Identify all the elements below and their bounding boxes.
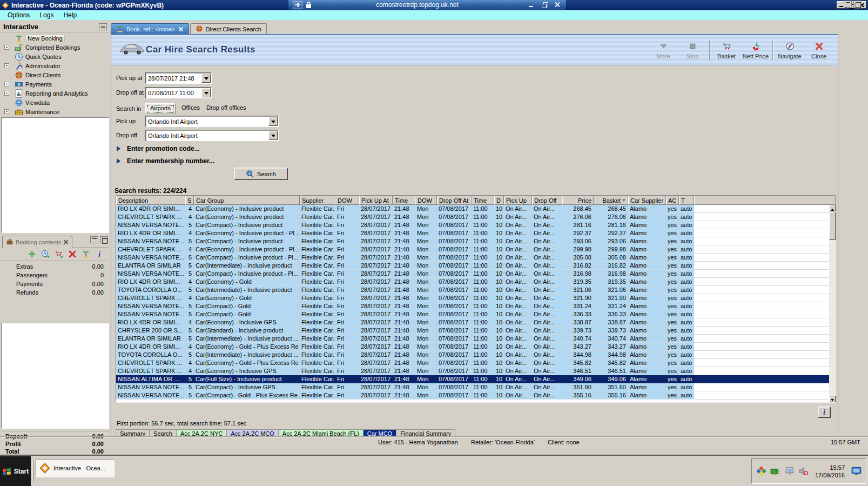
column-header-ac[interactable]: AC bbox=[666, 196, 679, 205]
booking-contents-tab[interactable]: Booking contents bbox=[2, 236, 72, 248]
bottom-tab-financial-summary[interactable]: Financial Summary bbox=[396, 429, 455, 437]
table-row[interactable]: RIO LX 4DR OR SIMI...4Car(Economy) - Inc… bbox=[116, 318, 829, 327]
show-desktop-icon[interactable] bbox=[851, 466, 862, 476]
membership-expander[interactable]: Enter membership number... bbox=[117, 157, 214, 165]
table-row[interactable]: NISSAN VERSA NOTE...5Car(Compact) - Gold… bbox=[116, 302, 829, 310]
promo-code-expander[interactable]: Enter promotion code... bbox=[117, 145, 200, 152]
table-row[interactable]: NISSAN ALTIMA OR ...5Car(Full Size) - In… bbox=[116, 375, 829, 383]
search-button[interactable]: Search bbox=[234, 168, 288, 180]
booking-panel-maximize-button[interactable] bbox=[100, 236, 108, 243]
start-button[interactable]: Start bbox=[0, 456, 31, 486]
column-header-pick-up-at[interactable]: Pick Up At bbox=[359, 196, 393, 205]
expand-plus-icon[interactable]: + bbox=[4, 109, 9, 114]
column-header-s[interactable]: S bbox=[185, 196, 194, 205]
table-row[interactable]: NISSAN VERSA NOTE...5Car(Compact) - Incl… bbox=[116, 254, 829, 262]
table-row[interactable]: RIO LX 4DR OR SIMI...4Car(Economy) - Inc… bbox=[116, 205, 829, 213]
table-row[interactable]: RIO LX 4DR OR SIMI...4Car(Economy) - Gol… bbox=[116, 343, 829, 351]
column-header-drop-off[interactable]: Drop Off bbox=[532, 196, 562, 205]
table-row[interactable]: NISSAN VERSA NOTE...5Car(Compact) - Gold… bbox=[116, 391, 829, 400]
pin-icon[interactable] bbox=[293, 1, 302, 9]
task-button[interactable]: Interactive - Ocea... bbox=[36, 459, 115, 477]
basket-button[interactable]: Basket bbox=[712, 38, 741, 62]
scroll-down-icon[interactable] bbox=[829, 396, 836, 402]
tab-direct-clients-search[interactable]: Direct Clients Search bbox=[190, 23, 267, 34]
booking-panel-minimize-button[interactable] bbox=[90, 236, 98, 243]
search-in-tab-offices[interactable]: Offices bbox=[177, 103, 204, 114]
table-row[interactable]: CHRYSLER 200 OR S...5Car(Standard) - Inc… bbox=[116, 327, 829, 335]
column-header-dow-7[interactable]: DOW bbox=[415, 196, 437, 205]
column-header-d[interactable]: D bbox=[494, 196, 504, 205]
expand-plus-icon[interactable]: + bbox=[4, 45, 9, 50]
dropoff-combo[interactable]: Orlando Intl Airport bbox=[145, 130, 279, 141]
sidebar-item-payments[interactable]: +$Payments bbox=[1, 79, 109, 89]
table-row[interactable]: TOYOTA COROLLA O...5Car(Intermediate) - … bbox=[116, 351, 829, 359]
table-row[interactable]: NISSAN VERSA NOTE...5Car(Compact) - Incl… bbox=[116, 270, 829, 278]
column-header-time-6[interactable]: Time bbox=[393, 196, 415, 205]
table-row[interactable]: CHEVROLET SPARK ...4Car(Economy) - Inclu… bbox=[116, 213, 829, 221]
expand-plus-icon[interactable]: + bbox=[4, 63, 9, 68]
scrollbar-thumb[interactable] bbox=[829, 212, 836, 240]
rdp-restore-button[interactable] bbox=[540, 1, 549, 9]
menu-logs[interactable]: Logs bbox=[35, 11, 58, 19]
chevron-down-icon[interactable] bbox=[268, 117, 278, 126]
bottom-tab-acc-2a-2c-miami-beach-fl[interactable]: Acc 2A,2C Miami Beach (FL) bbox=[279, 429, 364, 437]
table-row[interactable]: TOYOTA COROLLA O...5Car(Intermediate) - … bbox=[116, 286, 829, 294]
menu-options[interactable]: Options bbox=[3, 11, 34, 19]
scroll-up-icon[interactable] bbox=[829, 205, 836, 211]
column-header-description[interactable]: Description bbox=[116, 196, 185, 205]
chevron-down-icon[interactable] bbox=[201, 88, 211, 97]
search-in-tab-airports[interactable]: Airports bbox=[145, 103, 176, 114]
sidebar-item-new-booking[interactable]: New Booking bbox=[1, 34, 109, 43]
expand-plus-icon[interactable]: + bbox=[4, 82, 9, 86]
nett-price-button[interactable]: Nett Price bbox=[741, 38, 770, 62]
info-button[interactable]: i bbox=[818, 407, 831, 418]
close-button[interactable]: Close bbox=[804, 38, 833, 62]
taskbar-clock[interactable]: 15:57 17/09/2016 bbox=[813, 464, 847, 479]
tab-book-ref-none[interactable]: Book. ref.: <none> bbox=[111, 23, 189, 34]
table-row[interactable]: ELANTRA OR SIMILAR5Car(Intermediate) - I… bbox=[116, 262, 829, 270]
panel-restore-button[interactable] bbox=[853, 1, 862, 8]
panel-minimize-button[interactable] bbox=[844, 1, 852, 8]
column-header-t[interactable]: T bbox=[679, 196, 694, 205]
sidebar-item-viewdata[interactable]: Viewdata bbox=[1, 98, 109, 107]
sidebar-item-completed-bookings[interactable]: +Completed Bookings bbox=[1, 43, 109, 52]
table-row[interactable]: NISSAN VERSA NOTE...5Car(Compact) - Gold… bbox=[116, 310, 829, 318]
table-row[interactable]: NISSAN VERSA NOTE...5Car(Compact) - Incl… bbox=[116, 221, 829, 229]
bottom-tab-acc-2a-2c-mco[interactable]: Acc 2A,2C MCO bbox=[227, 429, 279, 437]
chevron-down-icon[interactable] bbox=[268, 131, 278, 140]
column-header-price[interactable]: Price bbox=[562, 196, 594, 205]
column-header-basket[interactable]: Basket▼ bbox=[594, 196, 628, 205]
table-row[interactable]: RIO LX 4DR OR SIMI...4Car(Economy) - Gol… bbox=[116, 278, 829, 286]
column-header-pick-up[interactable]: Pick Up bbox=[504, 196, 532, 205]
menu-help[interactable]: Help bbox=[59, 11, 81, 19]
pickup-at-field[interactable]: 28/07/2017 21:48 bbox=[145, 72, 212, 84]
search-in-tab-dropoff-offices[interactable]: Drop off offices bbox=[202, 103, 251, 114]
table-row[interactable]: CHEVROLET SPARK ...4Car(Economy) - Inclu… bbox=[116, 367, 829, 375]
sidebar-collapse-button[interactable] bbox=[99, 23, 107, 30]
navigate-button[interactable]: Navigate bbox=[775, 38, 804, 62]
dropoff-at-field[interactable]: 07/08/2017 11:00 bbox=[145, 87, 212, 98]
table-row[interactable]: ELANTRA OR SIMILAR5Car(Intermediate) - I… bbox=[116, 335, 829, 343]
table-row[interactable]: CHEVROLET SPARK ...4Car(Economy) - GoldF… bbox=[116, 294, 829, 302]
chevron-down-icon[interactable] bbox=[201, 74, 211, 83]
column-header-time-9[interactable]: Time bbox=[472, 196, 494, 205]
sidebar-item-quick-quotes[interactable]: Quick Quotes bbox=[1, 52, 109, 61]
table-row[interactable]: CHEVROLET SPARK ...4Car(Economy) - Gold … bbox=[116, 359, 829, 367]
column-header-car-group[interactable]: Car Group bbox=[194, 196, 300, 205]
rdp-minimize-button[interactable] bbox=[527, 1, 536, 9]
sidebar-item-reporting-and-analytics[interactable]: +Reporting and Analytics bbox=[1, 89, 109, 98]
table-row[interactable]: NISSAN VERSA NOTE...5Car(Compact) - Incl… bbox=[116, 237, 829, 245]
table-row[interactable]: RIO LX 4DR OR SIMI...4Car(Economy) - Inc… bbox=[116, 229, 829, 237]
column-header-car-supplier[interactable]: Car Supplier bbox=[628, 196, 666, 205]
pickup-combo[interactable]: Orlando Intl Airport bbox=[145, 116, 279, 127]
column-header-dow-4[interactable]: DOW bbox=[335, 196, 359, 205]
bottom-tab-search[interactable]: Search bbox=[150, 429, 177, 437]
bottom-tab-summary[interactable]: Summary bbox=[116, 429, 150, 437]
bottom-tab-car-mco[interactable]: Car MCO bbox=[364, 429, 396, 437]
column-header-drop-off-at[interactable]: Drop Off At bbox=[437, 196, 472, 205]
sidebar-item-administrator[interactable]: +Administrator bbox=[1, 61, 109, 70]
column-header-supplier[interactable]: Supplier bbox=[300, 196, 335, 205]
booking-contents-close-icon[interactable] bbox=[63, 239, 69, 245]
table-row[interactable]: NISSAN VERSA NOTE...5Car(Compact) - Incl… bbox=[116, 383, 829, 391]
taskbar-grip[interactable] bbox=[32, 461, 33, 482]
